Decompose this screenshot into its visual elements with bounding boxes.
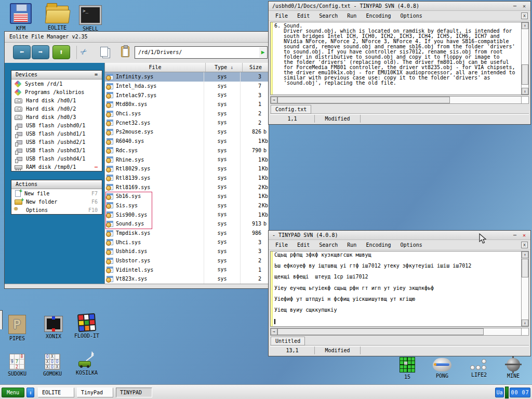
desktop-icon-gomoku[interactable]: OXXOOXOX GOMOKU	[36, 354, 69, 377]
menu-item[interactable]: File	[271, 13, 292, 19]
close-icon[interactable]: ✕	[523, 231, 526, 240]
cpu-indicator[interactable]	[505, 387, 509, 398]
vscroll-thumb[interactable]	[522, 64, 528, 85]
paste-icon[interactable]	[121, 46, 129, 57]
column-size[interactable]: Size	[243, 63, 269, 72]
file-row[interactable]: Rhine.sys sys 1Kb	[105, 155, 269, 164]
device-item[interactable]: USB flash /usbhd4/1	[11, 154, 102, 163]
file-row[interactable]: Mtd80x.sys sys 1	[105, 100, 269, 109]
file-row[interactable]: Rtl8169.sys sys 2Kb	[105, 182, 269, 192]
devices-collapse-icon[interactable]: =	[95, 71, 98, 79]
menu-item[interactable]: Options	[396, 13, 427, 19]
action-item[interactable]: New folder F6	[11, 197, 102, 206]
horizontal-scrollbar[interactable]: ← →	[270, 96, 529, 104]
device-item[interactable]: Hard disk /hd0/1	[11, 96, 102, 104]
tinypad1-editor[interactable]: 6. Sound. Driver sound.obj, which is loc…	[270, 22, 529, 95]
file-row[interactable]: Usbhid.sys sys 3	[105, 247, 269, 256]
task-button[interactable]: TINYPAD	[116, 388, 152, 397]
minimize-icon[interactable]: –	[513, 2, 516, 10]
tab-untitled[interactable]: Untitled	[271, 337, 305, 345]
editor-text[interactable]: 6. Sound. Driver sound.obj, which is loc…	[273, 22, 521, 95]
tinypad2-editor[interactable]: Сщьщ рфпщ зфкф кузкщвгсшк мшвущЬш ефкоуе…	[270, 251, 529, 327]
column-file[interactable]: File	[105, 63, 206, 72]
menu-item[interactable]: Search	[314, 242, 342, 248]
copy-icon[interactable]	[100, 47, 108, 57]
minimize-icon[interactable]: –	[513, 231, 516, 240]
desktop-icon-pipes[interactable]: PIPES	[1, 315, 34, 341]
close-icon[interactable]: ✕	[523, 2, 526, 10]
device-item[interactable]: USB flash /usbhd1/1	[11, 129, 102, 138]
hscroll-thumb[interactable]	[277, 97, 450, 103]
file-row[interactable]: Pcnet32.sys sys 2	[105, 118, 269, 127]
back-button[interactable]: ⬅	[13, 45, 31, 59]
eject-button[interactable]: –	[95, 164, 98, 170]
desktop-icon-shell[interactable]: SHELL	[76, 4, 105, 32]
file-row[interactable]: Vt823x.sys sys 2	[105, 274, 269, 284]
menu-item[interactable]: File	[271, 242, 292, 248]
desktop-icon-life2[interactable]: LIFE2	[462, 359, 496, 378]
go-icon[interactable]: ▶	[259, 47, 267, 58]
scroll-up-icon[interactable]: ↑	[522, 22, 528, 29]
file-row[interactable]: Sb16.sys sys 1Kb	[105, 192, 269, 201]
menu-item[interactable]: Run	[342, 242, 361, 248]
cut-icon[interactable]: ✂	[77, 45, 90, 59]
file-row[interactable]: Ps2mouse.sys sys 826b	[105, 127, 269, 137]
clock[interactable]: 00 07	[510, 388, 530, 397]
menu-item[interactable]: Search	[314, 13, 342, 19]
forward-button[interactable]: ➡	[32, 45, 49, 59]
file-row[interactable]: R6040.sys sys 1Kb	[105, 137, 269, 146]
file-row[interactable]: Infinity.sys sys 3	[105, 72, 269, 82]
editor-text[interactable]: Сщьщ рфпщ зфкф кузкщвгсшк мшвущЬш ефкоуе…	[273, 251, 521, 326]
scroll-right-icon[interactable]: →	[271, 328, 277, 335]
file-row[interactable]: Rtl8029.sys sys 1Kb	[105, 164, 269, 174]
scroll-up-icon[interactable]: ↑	[522, 251, 528, 258]
file-row[interactable]: Intelac97.sys sys 3	[105, 90, 269, 100]
task-button[interactable]: EOLITE	[38, 388, 74, 397]
file-row[interactable]: Vidintel.sys sys 1	[105, 265, 269, 274]
file-row[interactable]: Intel_hda.sys sys 7	[105, 82, 269, 91]
menu-item[interactable]: Run	[342, 13, 361, 19]
device-item[interactable]: Hard disk /hd0/3	[11, 113, 102, 121]
vertical-scrollbar[interactable]: ↑ ↓	[521, 251, 528, 326]
vertical-scrollbar[interactable]: ↑ ↓	[521, 22, 528, 95]
device-item[interactable]: Programs /kolibrios	[11, 88, 102, 96]
action-item[interactable]: New file F7	[11, 189, 102, 197]
keyboard-layout-button[interactable]: Ua	[495, 388, 504, 397]
column-type[interactable]: Type ↓	[206, 63, 243, 72]
desktop-icon-pong[interactable]: PONG	[425, 358, 459, 379]
device-item[interactable]: USB flash /usbhd3/1	[11, 146, 102, 154]
path-input[interactable]: /rd/1/Drivers/ ▶	[135, 46, 268, 59]
file-row[interactable]: Sis900.sys sys 1Kb	[105, 210, 269, 219]
scroll-down-icon[interactable]: ↓	[522, 88, 528, 95]
file-row[interactable]: Rtl8139.sys sys 1Kb	[105, 174, 269, 183]
file-row[interactable]: Sis.sys sys 2Kb	[105, 201, 269, 210]
vscroll-thumb[interactable]	[522, 259, 528, 277]
desktop-icon-15[interactable]: 15	[391, 357, 424, 380]
file-row[interactable]: Uhci.sys sys 3	[105, 237, 269, 247]
file-row[interactable]: Rdc.sys sys 790b	[105, 146, 269, 155]
menu-close-button[interactable]: x	[521, 242, 528, 248]
horizontal-scrollbar[interactable]: ← →	[270, 328, 529, 336]
desktop-icon-mine[interactable]: MINE	[497, 357, 530, 379]
desktop-icon-eolite[interactable]: EOLITE	[43, 2, 72, 31]
scroll-right-icon[interactable]: →	[271, 97, 277, 103]
eolite-titlebar[interactable]: Eolite File Manager v2.35	[5, 32, 269, 43]
file-row[interactable]: Sound.sys sys 913b	[105, 219, 269, 229]
desktop-icon-sudoku[interactable]: 8972 SUDOKU	[1, 354, 34, 377]
desktop-icon-floodit[interactable]: FLOOD-IT	[70, 314, 103, 339]
device-item[interactable]: USB flash /usbhd0/1	[11, 121, 102, 129]
menu-item[interactable]: Options	[396, 242, 427, 248]
menu-item[interactable]: Edit	[292, 242, 314, 248]
scroll-down-icon[interactable]: ↓	[522, 320, 528, 326]
desktop-icon-kosilka[interactable]: KOSILKA	[70, 353, 103, 376]
desktop-icon-kfm[interactable]: KFM	[6, 3, 35, 31]
tinypad2-titlebar[interactable]: - TINYPAD SVN (4.0.8) – ✕	[269, 231, 530, 240]
file-row[interactable]: Tmpdisk.sys sys 986	[105, 229, 269, 238]
menu-item[interactable]: Encoding	[361, 13, 395, 19]
desktop-icon-xonix[interactable]: XONIX	[37, 316, 70, 339]
file-row[interactable]: Usbstor.sys sys 2	[105, 256, 269, 265]
action-item[interactable]: Options F10	[11, 206, 102, 214]
device-item[interactable]: Hard disk /hd0/2	[11, 104, 102, 113]
device-item[interactable]: RAM disk /tmp0/1 –	[11, 163, 102, 171]
menu-item[interactable]: Encoding	[361, 242, 395, 248]
